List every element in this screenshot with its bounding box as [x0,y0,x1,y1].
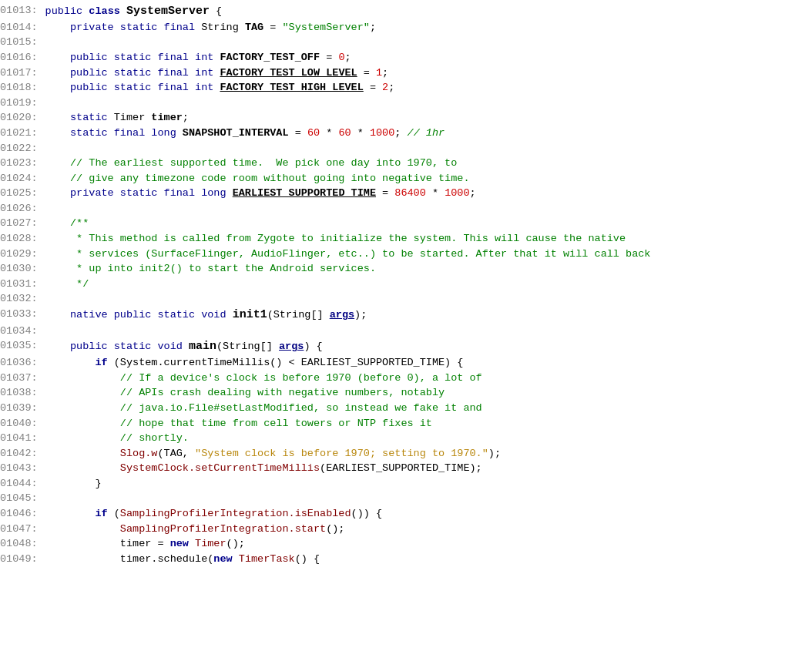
code-line-01034: 01034: [0,324,812,339]
code-line-01015: 01015: [0,35,812,50]
line-number: 01046: [0,506,45,522]
code-line-01038: 01038: // APIs crash dealing with negati… [0,385,812,401]
line-content: // If a device's clock is before 1970 (b… [45,371,812,386]
code-line-01025: 01025: private static final long EARLIES… [0,186,812,201]
line-number: 01042: [0,446,45,462]
line-content [45,201,812,217]
line-content [45,96,812,111]
code-line-01016: 01016: public static final int FACTORY_T… [0,50,812,65]
line-content: // give any timezone code room without g… [45,171,812,186]
line-content: * services (SurfaceFlinger, AudioFlinger… [45,247,812,262]
line-number: 01035: [0,338,45,355]
line-content [45,324,812,339]
line-content: private static final String TAG = "Syste… [45,20,812,35]
line-content: public class SystemServer { [45,3,812,20]
line-content: if (System.currentTimeMillis() < EARLIES… [45,355,812,371]
line-number: 01048: [0,536,45,552]
code-line-01024: 01024: // give any timezone code room wi… [0,171,812,186]
line-number: 01018: [0,80,45,96]
line-number: 01015: [0,35,45,50]
code-line-01014: 01014: private static final String TAG =… [0,20,812,35]
line-number: 01029: [0,247,45,262]
code-line-01023: 01023: // The earliest supported time. W… [0,156,812,171]
line-number: 01023: [0,156,45,171]
line-content: // APIs crash dealing with negative numb… [45,385,812,401]
code-line-01017: 01017: public static final int FACTORY_T… [0,65,812,81]
code-editor: 01013: public class SystemServer { 01014… [0,0,812,668]
line-number: 01014: [0,20,45,35]
line-number: 01024: [0,171,45,186]
code-line-01049: 01049: timer.schedule(new TimerTask() { [0,552,812,567]
code-line-01045: 01045: [0,491,812,506]
code-line-01037: 01037: // If a device's clock is before … [0,371,812,386]
code-line-01013: 01013: public class SystemServer { [0,3,812,20]
code-line-01030: 01030: * up into init2() to start the An… [0,261,812,277]
line-content: private static final long EARLIEST_SUPPO… [45,186,812,201]
line-content: public static final int FACTORY_TEST_HIG… [45,80,812,96]
line-content: SystemClock.setCurrentTimeMillis(EARLIES… [45,461,812,476]
line-number: 01027: [0,216,45,231]
line-content: public static final int FACTORY_TEST_LOW… [45,65,812,81]
line-number: 01030: [0,261,45,277]
code-line-01018: 01018: public static final int FACTORY_T… [0,80,812,96]
line-content: // java.io.File#setLastModified, so inst… [45,401,812,416]
code-line-01042: 01042: Slog.w(TAG, "System clock is befo… [0,446,812,462]
code-line-01028: 01028: * This method is called from Zygo… [0,231,812,247]
line-content: /** [45,216,812,231]
line-number: 01013: [0,3,45,20]
line-number: 01037: [0,371,45,386]
line-content [45,291,812,307]
line-number: 01043: [0,461,45,476]
line-content: public static void main(String[] args) { [45,338,812,355]
code-line-01035: 01035: public static void main(String[] … [0,338,812,355]
line-content: SamplingProfilerIntegration.start(); [45,522,812,537]
line-number: 01021: [0,126,45,141]
line-number: 01019: [0,96,45,111]
line-number: 01028: [0,231,45,247]
code-line-01041: 01041: // shortly. [0,431,812,446]
line-number: 01041: [0,431,45,446]
line-number: 01036: [0,355,45,371]
line-number: 01032: [0,291,45,307]
line-content: * This method is called from Zygote to i… [45,231,812,247]
code-line-01029: 01029: * services (SurfaceFlinger, Audio… [0,247,812,262]
line-content: */ [45,277,812,292]
line-content [45,35,812,50]
line-number: 01045: [0,491,45,506]
code-line-01027: 01027: /** [0,216,812,231]
line-number: 01038: [0,385,45,401]
code-line-01043: 01043: SystemClock.setCurrentTimeMillis(… [0,461,812,476]
line-number: 01033: [0,307,45,324]
code-line-01020: 01020: static Timer timer; [0,110,812,126]
line-content: // shortly. [45,431,812,446]
line-content: // The earliest supported time. We pick … [45,156,812,171]
code-line-01036: 01036: if (System.currentTimeMillis() < … [0,355,812,371]
code-line-01044: 01044: } [0,476,812,492]
code-line-01048: 01048: timer = new Timer(); [0,536,812,552]
line-number: 01016: [0,50,45,65]
line-number: 01039: [0,401,45,416]
code-line-01047: 01047: SamplingProfilerIntegration.start… [0,522,812,537]
line-number: 01022: [0,141,45,156]
line-number: 01044: [0,476,45,492]
line-content: // hope that time from cell towers or NT… [45,416,812,431]
code-line-01032: 01032: [0,291,812,307]
code-line-01026: 01026: [0,201,812,217]
line-number: 01025: [0,186,45,201]
line-content: Slog.w(TAG, "System clock is before 1970… [45,446,812,462]
line-content: static Timer timer; [45,110,812,126]
line-content: } [45,476,812,492]
code-line-01022: 01022: [0,141,812,156]
line-content: * up into init2() to start the Android s… [45,261,812,277]
line-content: static final long SNAPSHOT_INTERVAL = 60… [45,126,812,141]
code-line-01039: 01039: // java.io.File#setLastModified, … [0,401,812,416]
line-number: 01034: [0,324,45,339]
line-content [45,141,812,156]
line-number: 01017: [0,65,45,81]
code-line-01031: 01031: */ [0,277,812,292]
line-content: public static final int FACTORY_TEST_OFF… [45,50,812,65]
line-number: 01026: [0,201,45,217]
line-content: timer.schedule(new TimerTask() { [45,552,812,567]
line-number: 01040: [0,416,45,431]
code-line-01021: 01021: static final long SNAPSHOT_INTERV… [0,126,812,141]
